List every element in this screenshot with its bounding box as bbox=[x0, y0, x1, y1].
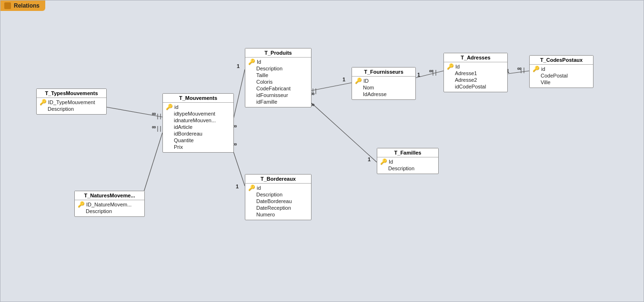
svg-line-0 bbox=[101, 106, 162, 117]
svg-text:1: 1 bbox=[342, 77, 345, 82]
svg-line-25 bbox=[310, 102, 377, 162]
relations-icon bbox=[4, 2, 11, 9]
table-title-T_Adresses: T_Adresses bbox=[444, 53, 507, 62]
key-icon: 🔑 bbox=[78, 202, 85, 207]
svg-line-10 bbox=[232, 69, 245, 123]
key-icon: 🔑 bbox=[380, 159, 387, 165]
table-title-T_Familles: T_Familles bbox=[377, 148, 438, 157]
table-T_Adresses[interactable]: T_Adresses 🔑Id Adresse1 Adresse2 idCodeP… bbox=[443, 53, 508, 92]
key-icon: 🔑 bbox=[355, 78, 362, 84]
svg-line-15 bbox=[232, 149, 245, 186]
svg-text:∞: ∞ bbox=[517, 65, 522, 72]
table-title-T_Fournisseurs: T_Fournisseurs bbox=[352, 68, 415, 77]
key-icon: 🔑 bbox=[447, 64, 454, 69]
svg-line-30 bbox=[415, 71, 443, 78]
svg-line-35 bbox=[504, 71, 529, 74]
svg-text:∞: ∞ bbox=[152, 124, 156, 130]
table-title-T_TypesMouvements: T_TypesMouvements bbox=[37, 89, 106, 98]
table-title-T_Mouvements: T_Mouvements bbox=[163, 94, 233, 103]
svg-text:1: 1 bbox=[236, 184, 239, 189]
svg-text:1: 1 bbox=[368, 156, 371, 162]
svg-text:∞: ∞ bbox=[152, 110, 156, 117]
title-text: Relations bbox=[14, 2, 40, 9]
svg-text:1: 1 bbox=[237, 63, 240, 69]
title-bar: Relations bbox=[0, 0, 45, 11]
table-title-T_CodesPostaux: T_CodesPostaux bbox=[530, 56, 593, 65]
table-title-T_NaturesMouvements: T_NaturesMoveme... bbox=[75, 191, 144, 200]
table-T_Mouvements[interactable]: T_Mouvements 🔑id idtypeMouvement idnatur… bbox=[162, 93, 234, 153]
svg-text:∞: ∞ bbox=[429, 68, 433, 74]
table-title-T_Bordereaux: T_Bordereaux bbox=[245, 175, 311, 184]
relations-svg: 1 ∞ 1 ∞ 1 ∞ 1 ∞ 1 ∞ 1 bbox=[0, 0, 644, 302]
table-title-T_Produits: T_Produits bbox=[245, 49, 311, 58]
key-icon: 🔑 bbox=[166, 104, 173, 110]
table-T_Fournisseurs[interactable]: T_Fournisseurs 🔑ID Nom IdAdresse bbox=[352, 67, 416, 100]
table-T_TypesMouvements[interactable]: T_TypesMouvements 🔑ID_TypeMouvement Desc… bbox=[36, 88, 107, 115]
svg-line-20 bbox=[310, 83, 352, 91]
table-T_Bordereaux[interactable]: T_Bordereaux 🔑id Description DateBordere… bbox=[245, 174, 312, 220]
table-T_Produits[interactable]: T_Produits 🔑Id Description Taille Colori… bbox=[245, 48, 312, 107]
key-icon: 🔑 bbox=[248, 59, 255, 65]
canvas: Relations 1 ∞ 1 ∞ 1 ∞ 1 ∞ bbox=[0, 0, 644, 302]
table-T_NaturesMouvements[interactable]: T_NaturesMoveme... 🔑ID_NatureMovem... De… bbox=[74, 191, 145, 217]
svg-text:1: 1 bbox=[417, 72, 420, 78]
key-icon: 🔑 bbox=[533, 66, 540, 72]
key-icon: 🔑 bbox=[248, 185, 255, 191]
key-icon: 🔑 bbox=[40, 99, 47, 105]
table-T_Familles[interactable]: T_Familles 🔑Id Description bbox=[377, 148, 439, 174]
table-T_CodesPostaux[interactable]: T_CodesPostaux 🔑id CodePostal Ville bbox=[529, 55, 594, 88]
